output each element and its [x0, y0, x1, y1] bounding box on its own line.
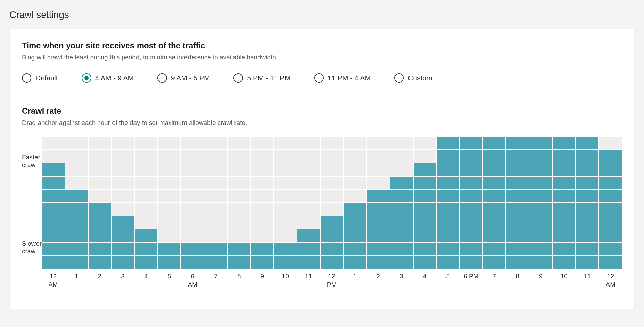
- crawl-rate-cell[interactable]: [599, 176, 622, 190]
- crawl-rate-cell[interactable]: [343, 229, 367, 242]
- crawl-rate-cell[interactable]: [227, 190, 251, 203]
- crawl-rate-cell[interactable]: [390, 256, 413, 269]
- crawl-rate-cell[interactable]: [251, 203, 274, 216]
- crawl-rate-cell[interactable]: [274, 229, 297, 242]
- crawl-rate-cell[interactable]: [506, 137, 529, 150]
- crawl-rate-cell[interactable]: [367, 176, 390, 190]
- crawl-rate-cell[interactable]: [436, 190, 460, 203]
- crawl-rate-cell[interactable]: [181, 150, 204, 163]
- crawl-rate-cell[interactable]: [483, 176, 506, 190]
- crawl-rate-cell[interactable]: [320, 137, 344, 150]
- crawl-rate-cell[interactable]: [320, 203, 344, 216]
- crawl-rate-cell[interactable]: [227, 137, 251, 150]
- crawl-rate-cell[interactable]: [111, 163, 134, 176]
- crawl-rate-cell[interactable]: [483, 243, 506, 256]
- crawl-rate-cell[interactable]: [367, 229, 390, 242]
- crawl-rate-cell[interactable]: [576, 163, 599, 176]
- crawl-rate-cell[interactable]: [552, 163, 576, 176]
- traffic-period-radio[interactable]: Default: [22, 73, 58, 83]
- crawl-rate-cell[interactable]: [576, 203, 599, 216]
- crawl-rate-cell[interactable]: [134, 137, 158, 150]
- crawl-rate-cell[interactable]: [297, 203, 320, 216]
- crawl-rate-cell[interactable]: [227, 229, 251, 242]
- crawl-rate-cell[interactable]: [576, 150, 599, 163]
- crawl-rate-cell[interactable]: [251, 176, 274, 190]
- crawl-rate-cell[interactable]: [367, 243, 390, 256]
- crawl-rate-cell[interactable]: [134, 163, 158, 176]
- crawl-rate-cell[interactable]: [65, 163, 88, 176]
- crawl-rate-cell[interactable]: [297, 190, 320, 203]
- crawl-rate-cell[interactable]: [552, 256, 576, 269]
- crawl-rate-cell[interactable]: [460, 243, 483, 256]
- crawl-rate-cell[interactable]: [227, 163, 251, 176]
- crawl-rate-cell[interactable]: [274, 203, 297, 216]
- crawl-rate-cell[interactable]: [529, 176, 552, 190]
- crawl-rate-cell[interactable]: [599, 137, 622, 150]
- crawl-rate-cell[interactable]: [599, 163, 622, 176]
- crawl-rate-cell[interactable]: [111, 176, 134, 190]
- crawl-rate-cell[interactable]: [88, 229, 112, 242]
- crawl-rate-cell[interactable]: [88, 150, 112, 163]
- crawl-rate-cell[interactable]: [111, 216, 134, 229]
- crawl-rate-cell[interactable]: [460, 137, 483, 150]
- crawl-rate-cell[interactable]: [390, 203, 413, 216]
- crawl-rate-cell[interactable]: [65, 229, 88, 242]
- crawl-rate-cell[interactable]: [297, 256, 320, 269]
- crawl-rate-cell[interactable]: [227, 243, 251, 256]
- crawl-rate-cell[interactable]: [204, 163, 227, 176]
- crawl-rate-cell[interactable]: [158, 256, 181, 269]
- crawl-rate-cell[interactable]: [343, 137, 367, 150]
- crawl-rate-cell[interactable]: [88, 243, 112, 256]
- crawl-rate-cell[interactable]: [367, 256, 390, 269]
- crawl-rate-cell[interactable]: [320, 229, 344, 242]
- crawl-rate-cell[interactable]: [390, 216, 413, 229]
- crawl-rate-cell[interactable]: [506, 150, 529, 163]
- crawl-rate-cell[interactable]: [506, 203, 529, 216]
- crawl-rate-cell[interactable]: [390, 229, 413, 242]
- crawl-rate-cell[interactable]: [111, 137, 134, 150]
- crawl-rate-cell[interactable]: [343, 243, 367, 256]
- crawl-rate-cell[interactable]: [413, 190, 437, 203]
- crawl-rate-cell[interactable]: [506, 190, 529, 203]
- crawl-rate-cell[interactable]: [158, 243, 181, 256]
- crawl-rate-cell[interactable]: [65, 150, 88, 163]
- crawl-rate-cell[interactable]: [506, 216, 529, 229]
- crawl-rate-cell[interactable]: [181, 137, 204, 150]
- crawl-rate-cell[interactable]: [111, 203, 134, 216]
- crawl-rate-cell[interactable]: [413, 203, 437, 216]
- crawl-rate-cell[interactable]: [274, 137, 297, 150]
- crawl-rate-cell[interactable]: [320, 256, 344, 269]
- crawl-rate-cell[interactable]: [413, 243, 437, 256]
- crawl-rate-cell[interactable]: [42, 190, 65, 203]
- crawl-rate-cell[interactable]: [576, 256, 599, 269]
- crawl-rate-cell[interactable]: [204, 176, 227, 190]
- crawl-rate-cell[interactable]: [158, 190, 181, 203]
- crawl-rate-cell[interactable]: [297, 176, 320, 190]
- crawl-rate-cell[interactable]: [297, 137, 320, 150]
- crawl-rate-cell[interactable]: [436, 137, 460, 150]
- crawl-rate-cell[interactable]: [181, 256, 204, 269]
- crawl-rate-cell[interactable]: [529, 216, 552, 229]
- crawl-rate-cell[interactable]: [343, 216, 367, 229]
- crawl-rate-cell[interactable]: [320, 150, 344, 163]
- crawl-rate-cell[interactable]: [134, 216, 158, 229]
- crawl-rate-cell[interactable]: [297, 163, 320, 176]
- crawl-rate-cell[interactable]: [576, 229, 599, 242]
- crawl-rate-cell[interactable]: [65, 203, 88, 216]
- crawl-rate-cell[interactable]: [436, 256, 460, 269]
- crawl-rate-cell[interactable]: [274, 163, 297, 176]
- crawl-rate-cell[interactable]: [390, 163, 413, 176]
- crawl-rate-cell[interactable]: [42, 229, 65, 242]
- crawl-rate-cell[interactable]: [181, 243, 204, 256]
- crawl-rate-cell[interactable]: [42, 150, 65, 163]
- crawl-rate-cell[interactable]: [274, 216, 297, 229]
- crawl-rate-cell[interactable]: [436, 243, 460, 256]
- crawl-rate-cell[interactable]: [297, 243, 320, 256]
- crawl-rate-cell[interactable]: [227, 256, 251, 269]
- crawl-rate-cell[interactable]: [413, 256, 437, 269]
- crawl-rate-cell[interactable]: [42, 203, 65, 216]
- crawl-rate-cell[interactable]: [390, 150, 413, 163]
- crawl-rate-cell[interactable]: [552, 176, 576, 190]
- crawl-rate-cell[interactable]: [274, 176, 297, 190]
- crawl-rate-cell[interactable]: [390, 176, 413, 190]
